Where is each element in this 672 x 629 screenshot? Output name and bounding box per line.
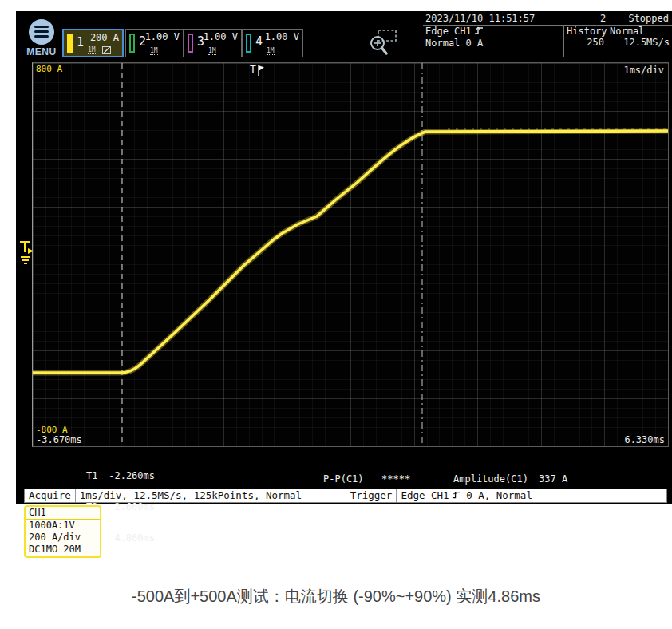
trigger-mode-label: Normal 0 A <box>423 38 563 49</box>
acquire-settings[interactable]: 1ms/div, 12.5MS/s, 125kPoints, Normal <box>75 489 346 502</box>
caption-text: -500A到+500A测试：电流切换 (-90%~+90%) 实测4.86ms <box>0 586 672 607</box>
parameter-measurements: P-P(C1) ***** Amplitude(C1) 337 A <box>16 473 672 485</box>
channel-3-scale: 1.00 V <box>204 31 238 42</box>
datetime-label: 2023/11/10 11:51:57 <box>425 13 535 24</box>
oscilloscope-screenshot: MENU 1 200 A 1M 2 1.00 V 1M 3 1.00 V 1M … <box>0 0 672 629</box>
status-info-panel: 2023/11/10 11:51:57 2 Stopped Edge CH1 N… <box>423 11 672 61</box>
channel-4-impedance-icon: 1M <box>267 47 275 55</box>
channel-1-box[interactable]: 1 200 A 1M <box>62 29 124 57</box>
channel-1-scale: 200 A <box>90 32 119 43</box>
channel-3-impedance-icon: 1M <box>208 47 216 55</box>
channel-1-color-bar-icon <box>67 34 73 53</box>
segment-count: 2 <box>600 13 606 24</box>
channel-1-number: 1 <box>77 35 84 49</box>
trigger-type-label: Edge CH1 <box>425 26 472 37</box>
scope-screen: MENU 1 200 A 1M 2 1.00 V 1M 3 1.00 V 1M … <box>16 11 672 504</box>
menu-label: MENU <box>22 46 61 57</box>
svg-text:T: T <box>250 63 256 75</box>
trigger-position-marker[interactable]: T <box>250 63 264 76</box>
amplitude-label: Amplitude(C1) <box>453 473 528 485</box>
right-time-label: 6.330ms <box>624 436 665 445</box>
channel-4-scale: 1.00 V <box>265 31 299 42</box>
ch1-coupling: DC1MΩ 20M <box>26 544 100 556</box>
rising-edge-icon <box>452 490 461 503</box>
acquisition-box[interactable]: Normal 12.5MS/s <box>607 26 672 57</box>
left-time-label: -3.670ms <box>36 436 82 445</box>
channel-2-impedance-icon: 1M <box>150 47 158 55</box>
history-value: 250 <box>564 37 607 48</box>
channel-1-probe-icon <box>102 46 111 54</box>
waveform-svg: T <box>33 63 668 446</box>
channel-1-impedance-icon: 1M <box>88 46 96 54</box>
acquisition-mode-label: Normal <box>607 26 672 37</box>
zoom-magnifier-icon <box>366 27 401 57</box>
history-box[interactable]: History 250 <box>564 26 607 57</box>
timebase-label: 1ms/div <box>623 65 664 76</box>
trigger-settings-box[interactable]: Edge CH1 Normal 0 A <box>423 26 564 57</box>
trace-glow <box>33 131 668 373</box>
status-row: 2023/11/10 11:51:57 2 Stopped <box>423 12 672 26</box>
pp-label: P-P(C1) <box>323 473 364 485</box>
trigger-label[interactable]: Trigger <box>346 489 397 502</box>
channel-1-position-marker[interactable] <box>18 236 37 271</box>
channel-3-box[interactable]: 3 1.00 V 1M <box>184 29 242 57</box>
zoom-tool-button[interactable] <box>366 27 401 57</box>
ch1-info-title: CH1 <box>26 507 100 520</box>
waveform-display: T 1ms/div 800 A -800 A -3.670ms 6.330ms <box>32 62 669 447</box>
channel-2-box[interactable]: 2 1.00 V 1M <box>125 29 184 57</box>
ch1-probe-ratio: 1000A:1V <box>26 520 100 532</box>
ch1-info-panel[interactable]: CH1 1000A:1V 200 A/div DC1MΩ 20M <box>24 505 101 558</box>
channel-4-box[interactable]: 4 1.00 V 1M <box>242 29 303 57</box>
amplitude-value: 337 A <box>539 473 567 485</box>
run-state-label: Stopped <box>628 13 669 24</box>
menu-button[interactable]: MENU <box>22 19 61 59</box>
trigger-settings[interactable]: Edge CH1 0 A, Normal <box>396 489 666 502</box>
hamburger-icon <box>29 19 54 45</box>
acquire-trigger-bar: Acquire 1ms/div, 12.5MS/s, 125kPoints, N… <box>24 489 667 503</box>
bottom-scale-label: -800 A <box>36 425 68 434</box>
channel-4-color-bar-icon <box>246 34 251 53</box>
ch1-scale: 200 A/div <box>26 532 100 544</box>
channel-2-color-bar-icon <box>129 34 135 53</box>
pp-value: ***** <box>381 473 410 485</box>
sample-rate-value: 12.5MS/s <box>607 37 672 48</box>
channel-3-color-bar-icon <box>188 34 193 53</box>
channel-4-number: 4 <box>255 34 263 49</box>
acquire-label[interactable]: Acquire <box>25 489 75 502</box>
channel-2-scale: 1.00 V <box>145 31 180 42</box>
top-scale-label: 800 A <box>36 65 62 73</box>
rising-edge-icon <box>474 26 484 38</box>
ch1-trace <box>33 131 668 373</box>
history-label: History <box>564 26 607 37</box>
